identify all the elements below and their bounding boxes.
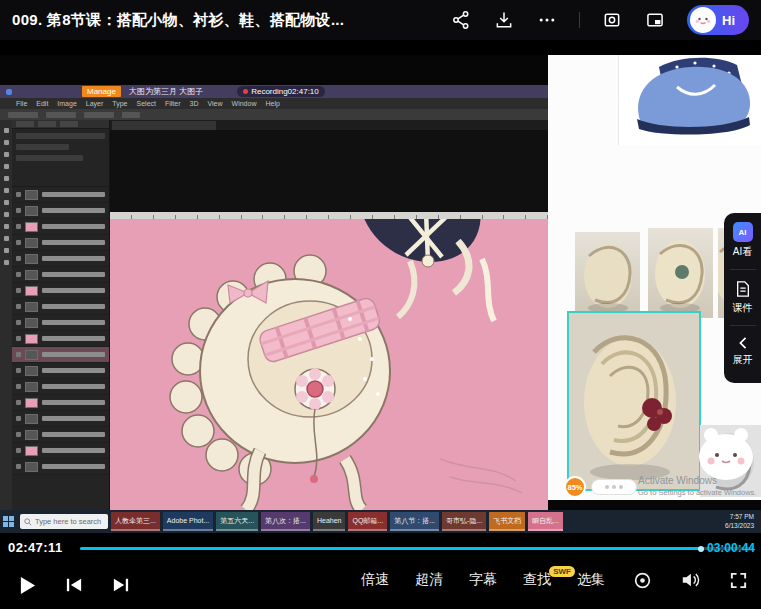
tool-icon[interactable] bbox=[4, 236, 9, 241]
speed-button[interactable]: 倍速 bbox=[361, 571, 389, 589]
manage-button[interactable]: Manage bbox=[82, 86, 121, 97]
ps-option-control[interactable] bbox=[8, 112, 38, 118]
layer-row[interactable] bbox=[12, 379, 109, 395]
layer-row[interactable] bbox=[12, 267, 109, 283]
tool-icon[interactable] bbox=[4, 224, 9, 229]
tool-icon[interactable] bbox=[4, 140, 9, 145]
taskbar-app[interactable]: 瞬自乱... bbox=[528, 512, 563, 531]
mini-player-icon[interactable] bbox=[644, 9, 666, 31]
tool-icon[interactable] bbox=[4, 260, 9, 265]
layer-row[interactable] bbox=[12, 363, 109, 379]
ps-canvas-area[interactable] bbox=[110, 120, 548, 510]
layer-visibility-icon[interactable] bbox=[16, 352, 21, 357]
opacity-control[interactable] bbox=[16, 144, 69, 150]
layer-visibility-icon[interactable] bbox=[16, 304, 21, 309]
taskbar-app[interactable]: Adobe Phot... bbox=[163, 512, 213, 531]
tool-icon[interactable] bbox=[4, 200, 9, 205]
toolbar-pill[interactable] bbox=[591, 479, 637, 495]
download-icon[interactable] bbox=[493, 9, 515, 31]
layer-visibility-icon[interactable] bbox=[16, 464, 21, 469]
layer-row[interactable] bbox=[12, 411, 109, 427]
menu-item[interactable]: 3D bbox=[190, 100, 199, 107]
subtitle-button[interactable]: 字幕 bbox=[469, 571, 497, 589]
layer-row[interactable] bbox=[12, 395, 109, 411]
search-button[interactable]: 查找 bbox=[523, 571, 551, 589]
layer-visibility-icon[interactable] bbox=[16, 224, 21, 229]
layer-row[interactable] bbox=[12, 347, 109, 363]
tool-icon[interactable] bbox=[4, 188, 9, 193]
fill-control[interactable] bbox=[16, 155, 83, 161]
more-icon[interactable] bbox=[536, 9, 558, 31]
next-episode-button[interactable] bbox=[110, 574, 132, 596]
layers-panel-tabs[interactable] bbox=[12, 120, 109, 129]
tool-icon[interactable] bbox=[4, 176, 9, 181]
tool-icon[interactable] bbox=[4, 152, 9, 157]
reference-photo-shoe[interactable] bbox=[618, 55, 761, 145]
layer-visibility-icon[interactable] bbox=[16, 208, 21, 213]
ps-option-control[interactable] bbox=[46, 112, 76, 118]
layer-visibility-icon[interactable] bbox=[16, 400, 21, 405]
layer-row[interactable] bbox=[12, 283, 109, 299]
ps-option-control[interactable] bbox=[122, 112, 140, 118]
layer-row[interactable] bbox=[12, 203, 109, 219]
courseware-button[interactable]: 课件 bbox=[733, 280, 753, 315]
layer-row[interactable] bbox=[12, 219, 109, 235]
blend-mode-select[interactable] bbox=[16, 133, 105, 139]
layer-visibility-icon[interactable] bbox=[16, 192, 21, 197]
taskbar-app[interactable]: 飞书文档 bbox=[489, 512, 525, 531]
panel-tab[interactable] bbox=[16, 121, 34, 127]
menu-item[interactable]: Type bbox=[112, 100, 127, 107]
layer-row[interactable] bbox=[12, 315, 109, 331]
taskbar-app[interactable]: 哥市弘-隐... bbox=[442, 512, 486, 531]
layer-visibility-icon[interactable] bbox=[16, 336, 21, 341]
taskbar-app[interactable]: 第八次：搭... bbox=[261, 512, 310, 531]
reference-photo-bonnet-1[interactable] bbox=[575, 232, 640, 318]
reference-photo-selected[interactable] bbox=[568, 312, 700, 490]
menu-item[interactable]: Edit bbox=[36, 100, 48, 107]
menu-item[interactable]: Help bbox=[265, 100, 279, 107]
menu-item[interactable]: Filter bbox=[165, 100, 181, 107]
layer-visibility-icon[interactable] bbox=[16, 384, 21, 389]
panel-tab[interactable] bbox=[60, 121, 78, 127]
layer-row[interactable] bbox=[12, 443, 109, 459]
menu-item[interactable]: Layer bbox=[86, 100, 104, 107]
taskbar-app[interactable]: 第八节：搭... bbox=[390, 512, 439, 531]
layer-visibility-icon[interactable] bbox=[16, 416, 21, 421]
reference-photo-bonnet-2[interactable] bbox=[648, 228, 713, 318]
menu-item[interactable]: Select bbox=[137, 100, 156, 107]
video-frame[interactable]: Manage 大图为第三月 大图子 Recording02:47:10 File… bbox=[0, 55, 761, 533]
episodes-button[interactable]: 选集 bbox=[577, 571, 605, 589]
layer-row[interactable] bbox=[12, 187, 109, 203]
tool-icon[interactable] bbox=[4, 212, 9, 217]
ps-toolbox[interactable] bbox=[0, 120, 12, 510]
layer-row[interactable] bbox=[12, 459, 109, 475]
layer-visibility-icon[interactable] bbox=[16, 256, 21, 261]
menu-item[interactable]: File bbox=[16, 100, 27, 107]
layer-row[interactable] bbox=[12, 235, 109, 251]
zoom-level-badge[interactable]: 85% bbox=[564, 476, 586, 498]
layer-visibility-icon[interactable] bbox=[16, 240, 21, 245]
share-icon[interactable] bbox=[450, 9, 472, 31]
taskbar-clock[interactable]: 7:57 PM 6/13/2023 bbox=[725, 513, 754, 530]
layer-visibility-icon[interactable] bbox=[16, 368, 21, 373]
menu-item[interactable]: Window bbox=[232, 100, 257, 107]
fullscreen-icon[interactable] bbox=[727, 569, 749, 591]
record-circle-icon[interactable] bbox=[631, 569, 653, 591]
previous-episode-button[interactable] bbox=[63, 574, 85, 596]
tool-icon[interactable] bbox=[4, 248, 9, 253]
taskbar-app[interactable]: 人教伞第三... bbox=[111, 512, 160, 531]
artwork-canvas[interactable] bbox=[110, 219, 548, 510]
tool-icon[interactable] bbox=[4, 164, 9, 169]
menu-item[interactable]: View bbox=[208, 100, 223, 107]
menu-item[interactable]: Image bbox=[57, 100, 76, 107]
layer-row[interactable] bbox=[12, 299, 109, 315]
layer-visibility-icon[interactable] bbox=[16, 272, 21, 277]
taskbar-app[interactable]: Heahen bbox=[313, 512, 346, 531]
panel-tab[interactable] bbox=[38, 121, 56, 127]
progress-bar[interactable] bbox=[80, 547, 753, 550]
volume-icon[interactable] bbox=[679, 569, 701, 591]
play-button[interactable] bbox=[16, 574, 38, 596]
taskbar-app[interactable]: 第五六天... bbox=[216, 512, 258, 531]
document-tab[interactable] bbox=[112, 121, 216, 130]
layer-row[interactable] bbox=[12, 251, 109, 267]
